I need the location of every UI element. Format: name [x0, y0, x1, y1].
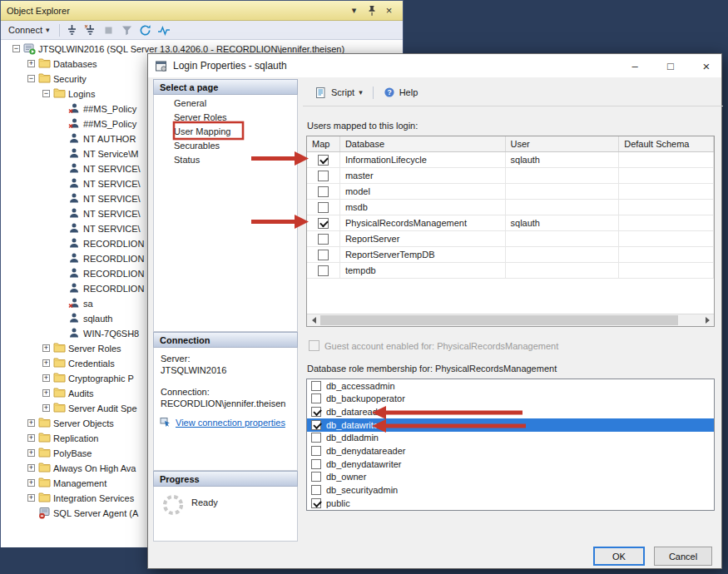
expand-icon[interactable]: + — [27, 464, 35, 472]
database-row-informationlifecycle[interactable]: InformationLifecyclesqlauth — [307, 152, 714, 168]
horizontal-scrollbar[interactable] — [307, 314, 714, 326]
expand-icon[interactable]: + — [42, 389, 50, 397]
connect-button[interactable]: Connect ▾ — [5, 23, 55, 37]
role-item-label: db_owner — [326, 472, 366, 482]
page-item-user-mapping[interactable]: User Mapping — [154, 125, 297, 139]
login-disabled-icon — [68, 297, 81, 309]
scrollbar-thumb[interactable] — [320, 315, 678, 325]
default-schema-cell — [619, 231, 714, 247]
database-row-reportservertempdb[interactable]: ReportServerTempDB — [307, 247, 714, 263]
help-button[interactable]: ? Help — [380, 84, 422, 101]
map-checkbox[interactable] — [318, 202, 329, 213]
role-checkbox[interactable] — [311, 485, 321, 495]
expand-icon[interactable]: + — [42, 359, 50, 367]
window-position-icon[interactable]: ▾ — [346, 3, 362, 18]
role-item-db-datareader[interactable]: db_datareader — [307, 405, 714, 418]
activity-monitor-icon[interactable] — [156, 22, 172, 38]
role-item-db-securityadmin[interactable]: db_securityadmin — [307, 484, 714, 497]
disconnect-all-icon[interactable] — [82, 22, 99, 38]
database-cell: model — [340, 184, 506, 200]
role-item-db-owner[interactable]: db_owner — [307, 471, 714, 484]
database-row-msdb[interactable]: msdb — [307, 200, 714, 215]
scroll-right-button[interactable] — [701, 314, 714, 326]
expand-icon[interactable]: + — [27, 60, 35, 67]
close-button[interactable]: × — [691, 55, 721, 77]
page-item-status[interactable]: Status — [154, 153, 297, 167]
login-icon — [68, 312, 81, 324]
map-cell — [307, 263, 340, 279]
database-row-master[interactable]: master — [307, 168, 714, 184]
map-checkbox[interactable] — [318, 218, 329, 229]
role-item-db-accessadmin[interactable]: db_accessadmin — [307, 379, 714, 393]
role-checkbox[interactable] — [311, 407, 321, 417]
role-item-db-ddladmin[interactable]: db_ddladmin — [307, 432, 714, 445]
column-header-map: Map — [307, 136, 340, 151]
page-item-securables[interactable]: Securables — [154, 139, 297, 153]
expand-icon[interactable]: + — [27, 479, 35, 487]
role-checkbox[interactable] — [311, 393, 321, 403]
role-item-db-denydatareader[interactable]: db_denydatareader — [307, 445, 714, 458]
role-item-db-backupoperator[interactable]: db_backupoperator — [307, 393, 714, 406]
login-icon — [68, 282, 81, 294]
role-checkbox[interactable] — [311, 498, 321, 508]
view-connection-properties-link[interactable]: View connection properties — [176, 418, 285, 428]
map-checkbox[interactable] — [318, 250, 329, 260]
map-checkbox[interactable] — [318, 155, 329, 166]
tree-item-label: Integration Services — [53, 493, 134, 503]
database-row-reportserver[interactable]: ReportServer — [307, 231, 714, 247]
maximize-button[interactable]: □ — [656, 55, 686, 77]
database-row-physicalrecordsmanagement[interactable]: PhysicalRecordsManagementsqlauth — [307, 215, 714, 231]
pin-icon[interactable] — [364, 3, 379, 18]
role-item-db-datawriter[interactable]: db_datawriter — [307, 418, 714, 432]
collapse-icon[interactable]: − — [27, 75, 35, 82]
tree-item-label: Always On High Ava — [53, 463, 136, 473]
disconnect-icon[interactable] — [64, 22, 81, 38]
toolbar-separator — [373, 87, 374, 99]
tree-item-label: Replication — [53, 433, 98, 443]
close-icon[interactable]: × — [381, 3, 397, 18]
script-icon — [314, 87, 327, 99]
expand-icon[interactable]: + — [42, 374, 50, 382]
default-schema-cell — [619, 215, 714, 231]
scroll-left-button[interactable] — [307, 314, 319, 326]
role-item-db-denydatawriter[interactable]: db_denydatawriter — [307, 458, 714, 471]
map-checkbox[interactable] — [318, 171, 329, 181]
tree-item-label: NT AUTHOR — [83, 134, 136, 144]
minimize-button[interactable]: – — [620, 55, 650, 77]
expand-icon[interactable]: + — [42, 344, 50, 352]
collapse-icon[interactable]: − — [12, 45, 20, 52]
expand-icon[interactable]: + — [27, 419, 35, 427]
role-checkbox[interactable] — [311, 420, 321, 430]
refresh-icon[interactable] — [137, 22, 154, 38]
role-item-label: db_datareader — [326, 407, 386, 417]
map-checkbox[interactable] — [318, 234, 329, 245]
folder-icon — [38, 462, 51, 474]
role-checkbox[interactable] — [311, 433, 321, 443]
role-checkbox[interactable] — [311, 446, 321, 456]
agent-icon — [38, 507, 51, 519]
page-item-general[interactable]: General — [154, 96, 297, 111]
database-row-model[interactable]: model — [307, 184, 714, 200]
expand-icon[interactable]: + — [42, 404, 50, 412]
role-item-public[interactable]: public — [307, 497, 714, 510]
expand-icon[interactable]: + — [27, 494, 35, 502]
role-checkbox[interactable] — [311, 459, 321, 469]
map-checkbox[interactable] — [318, 186, 329, 197]
role-checkbox[interactable] — [311, 381, 321, 391]
folder-icon — [53, 372, 66, 384]
cancel-button[interactable]: Cancel — [654, 547, 712, 566]
database-row-tempdb[interactable]: tempdb — [307, 263, 714, 279]
script-button[interactable]: Script ▾ — [311, 84, 366, 101]
folder-icon — [38, 57, 51, 70]
map-checkbox[interactable] — [318, 265, 329, 276]
map-cell — [307, 247, 340, 263]
ok-button[interactable]: OK — [593, 547, 645, 566]
stop-icon[interactable] — [101, 22, 117, 38]
expand-icon[interactable]: + — [27, 434, 35, 442]
page-item-server-roles[interactable]: Server Roles — [154, 111, 297, 125]
filter-icon[interactable] — [119, 22, 136, 38]
dialog-titlebar[interactable]: Login Properties - sqlauth – □ × — [148, 54, 721, 77]
expand-icon[interactable]: + — [27, 449, 35, 457]
role-checkbox[interactable] — [311, 472, 321, 482]
collapse-icon[interactable]: − — [42, 90, 50, 97]
